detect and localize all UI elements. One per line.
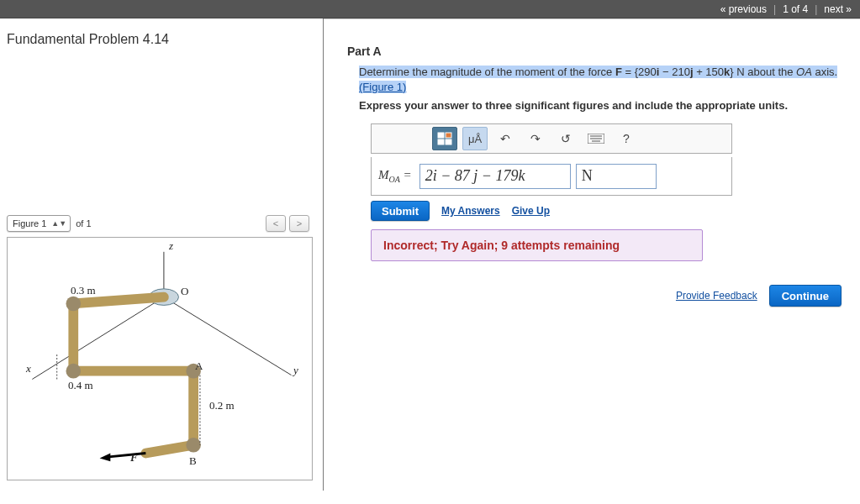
prompt-text: = {290 — [622, 66, 657, 78]
svg-rect-19 — [446, 133, 451, 138]
dropdown-caret-icon: ▲▼ — [51, 219, 66, 228]
help-button[interactable]: ? — [614, 127, 639, 150]
svg-point-10 — [66, 297, 81, 312]
prompt-text: Determine the magnitude of the moment of… — [359, 66, 615, 78]
my-answers-link[interactable]: My Answers — [441, 205, 500, 217]
footer-row: Provide Feedback Continue — [347, 285, 845, 307]
part-a-prompt: Determine the magnitude of the moment of… — [347, 65, 845, 94]
answer-lhs: MOA = — [378, 168, 412, 184]
redo-button[interactable]: ↷ — [523, 127, 548, 150]
axis-x-label: x — [26, 362, 31, 375]
answer-instruction: Express your answer to three significant… — [347, 99, 845, 112]
units-button[interactable]: μÅ — [462, 127, 488, 150]
prompt-vec-F: F — [615, 66, 622, 78]
force-F-label: F — [130, 451, 138, 465]
keyboard-button[interactable] — [583, 127, 609, 150]
feedback-message: Incorrect; Try Again; 9 attempts remaini… — [371, 229, 703, 261]
svg-line-14 — [104, 454, 145, 458]
point-O-label: O — [181, 285, 188, 298]
figure-selector-row: Figure 1 ▲▼ of 1 < > — [7, 215, 313, 232]
equation-toolbar: μÅ ↶ ↷ ↺ ? — [371, 123, 732, 154]
answer-lhs-M: M — [378, 168, 389, 181]
problem-title: Fundamental Problem 4.14 — [7, 32, 313, 47]
svg-rect-18 — [438, 133, 444, 138]
svg-rect-21 — [446, 139, 451, 144]
give-up-link[interactable]: Give Up — [512, 205, 550, 217]
answer-lhs-eq: = — [400, 168, 412, 181]
provide-feedback-link[interactable]: Provide Feedback — [676, 290, 757, 302]
prompt-text: } N about the — [730, 66, 796, 78]
nav-sep: | — [773, 3, 776, 15]
reset-button[interactable]: ↺ — [553, 127, 578, 150]
point-B-label: B — [189, 454, 197, 468]
prev-link[interactable]: « previous — [720, 3, 767, 15]
svg-point-13 — [186, 438, 201, 453]
answer-row: MOA = 2i − 87 j − 179k N — [371, 157, 732, 196]
point-A-label: A — [195, 360, 203, 373]
axis-z-label: z — [169, 239, 173, 253]
template-picker-button[interactable] — [432, 127, 457, 150]
svg-line-2 — [164, 297, 292, 375]
figure-dropdown-label: Figure 1 — [13, 218, 46, 228]
figure-panel: z x y O A B F 0.3 m 0.4 m 0.2 m — [7, 237, 313, 480]
answer-button-row: Submit My Answers Give Up — [371, 201, 732, 221]
nav-counter: 1 of 4 — [783, 3, 808, 15]
dim-0_4m: 0.4 m — [68, 379, 93, 392]
prompt-text: − 210 — [659, 66, 690, 78]
svg-point-11 — [66, 364, 81, 379]
unit-j: j — [690, 66, 694, 78]
figure-diagram — [8, 238, 312, 480]
right-column: Part A Determine the magnitude of the mo… — [324, 18, 860, 491]
next-link[interactable]: next » — [824, 3, 852, 15]
figure-prev-button[interactable]: < — [266, 215, 286, 232]
continue-button[interactable]: Continue — [769, 285, 842, 307]
axis-y-label: y — [293, 364, 298, 377]
undo-button[interactable]: ↶ — [493, 127, 518, 150]
answer-unit-input[interactable]: N — [576, 164, 657, 189]
figure-1-link[interactable]: (Figure 1) — [359, 81, 406, 93]
submit-button[interactable]: Submit — [371, 201, 430, 221]
part-a-heading: Part A — [347, 45, 845, 58]
axis-OA: OA — [796, 66, 812, 78]
top-nav-bar: « previous | 1 of 4 | next » — [0, 0, 860, 18]
prompt-text: axis. — [812, 66, 837, 78]
answer-value-input[interactable]: 2i − 87 j − 179k — [419, 164, 571, 189]
figure-dropdown[interactable]: Figure 1 ▲▼ — [7, 215, 71, 232]
svg-marker-15 — [100, 454, 111, 462]
svg-rect-20 — [438, 139, 444, 144]
dim-0_2m: 0.2 m — [209, 399, 235, 412]
dim-0_3m: 0.3 m — [71, 284, 96, 297]
left-column: Fundamental Problem 4.14 Figure 1 ▲▼ of … — [0, 18, 324, 491]
nav-sep: | — [815, 3, 817, 15]
answer-lhs-sub: OA — [389, 175, 400, 184]
prompt-text: + 150 — [694, 66, 725, 78]
figure-next-button[interactable]: > — [289, 215, 309, 232]
figure-of-label: of 1 — [76, 218, 91, 228]
svg-line-5 — [73, 297, 164, 304]
